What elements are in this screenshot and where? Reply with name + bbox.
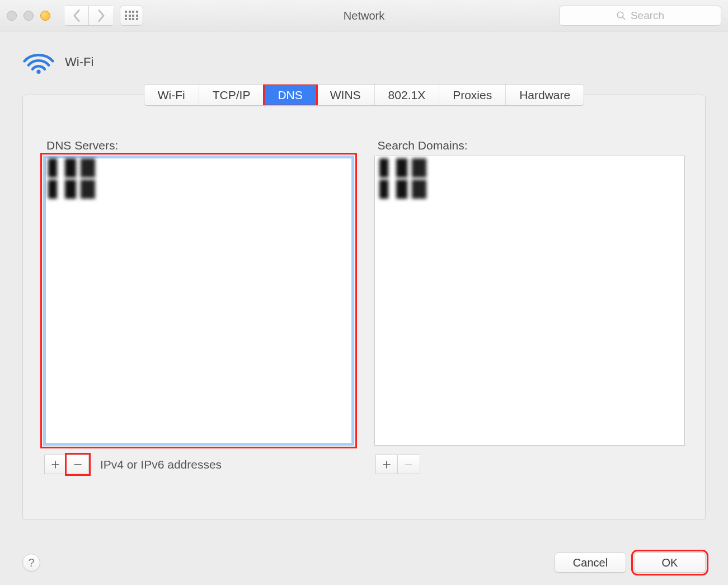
- toolbar: Network Search: [0, 0, 728, 31]
- search-domains-list-actions: [374, 455, 685, 474]
- list-item[interactable]: [48, 158, 228, 177]
- chevron-left-icon: [73, 10, 81, 22]
- svg-point-2: [36, 70, 40, 74]
- tabs: Wi-Fi TCP/IP DNS WINS 802.1X Proxies Har…: [144, 84, 584, 106]
- chevron-right-icon: [97, 10, 105, 22]
- tab-wifi[interactable]: Wi-Fi: [144, 85, 199, 105]
- interface-label: Wi-Fi: [65, 55, 93, 69]
- add-search-domain-button[interactable]: [375, 455, 398, 474]
- settings-panel: DNS Servers: IPv4 or IPv6 addresses Sear…: [22, 95, 706, 520]
- minimize-window-icon[interactable]: [24, 11, 34, 21]
- search-domains-list[interactable]: [374, 156, 685, 446]
- dns-servers-list[interactable]: [43, 156, 354, 446]
- search-icon: [616, 11, 626, 21]
- dns-list-actions: IPv4 or IPv6 addresses: [43, 455, 354, 474]
- remove-search-domain-button[interactable]: [398, 455, 420, 474]
- page-header: Wi-Fi: [0, 31, 728, 81]
- wifi-icon: [22, 49, 55, 75]
- grid-icon: [125, 11, 138, 20]
- dns-hint: IPv4 or IPv6 addresses: [100, 458, 222, 471]
- tab-wins[interactable]: WINS: [317, 85, 375, 105]
- list-item[interactable]: [379, 158, 565, 177]
- remove-dns-button[interactable]: [67, 455, 89, 474]
- tab-tcpip[interactable]: TCP/IP: [199, 85, 265, 105]
- nav-back-forward: [64, 6, 114, 26]
- close-window-icon[interactable]: [7, 11, 17, 21]
- search-domains-label: Search Domains:: [374, 139, 685, 156]
- svg-line-1: [622, 17, 625, 20]
- search-placeholder: Search: [631, 10, 664, 22]
- ok-button[interactable]: OK: [634, 553, 706, 573]
- cancel-button[interactable]: Cancel: [555, 553, 626, 573]
- footer: ? Cancel OK: [22, 553, 706, 573]
- window-controls: [7, 11, 50, 21]
- list-item[interactable]: [379, 180, 571, 199]
- tab-8021x[interactable]: 802.1X: [375, 85, 440, 105]
- zoom-window-icon[interactable]: [40, 11, 50, 21]
- plus-icon: [382, 460, 391, 469]
- minus-icon: [73, 460, 82, 469]
- tab-proxies[interactable]: Proxies: [439, 85, 506, 105]
- plus-icon: [51, 460, 60, 469]
- tab-dns[interactable]: DNS: [264, 85, 316, 105]
- search-input[interactable]: Search: [559, 6, 721, 26]
- list-item[interactable]: [48, 180, 166, 199]
- minus-icon: [404, 460, 413, 469]
- back-button[interactable]: [64, 6, 89, 26]
- search-domains-column: Search Domains:: [374, 139, 685, 474]
- add-dns-button[interactable]: [44, 455, 67, 474]
- show-all-button[interactable]: [120, 6, 143, 26]
- tabs-container: Wi-Fi TCP/IP DNS WINS 802.1X Proxies Har…: [0, 84, 728, 106]
- help-button[interactable]: ?: [22, 554, 40, 572]
- dns-column: DNS Servers: IPv4 or IPv6 addresses: [43, 139, 354, 474]
- dns-servers-label: DNS Servers:: [43, 139, 354, 156]
- forward-button[interactable]: [89, 6, 114, 26]
- tab-hardware[interactable]: Hardware: [506, 85, 584, 105]
- window-title: Network: [344, 9, 384, 22]
- help-icon: ?: [28, 556, 34, 569]
